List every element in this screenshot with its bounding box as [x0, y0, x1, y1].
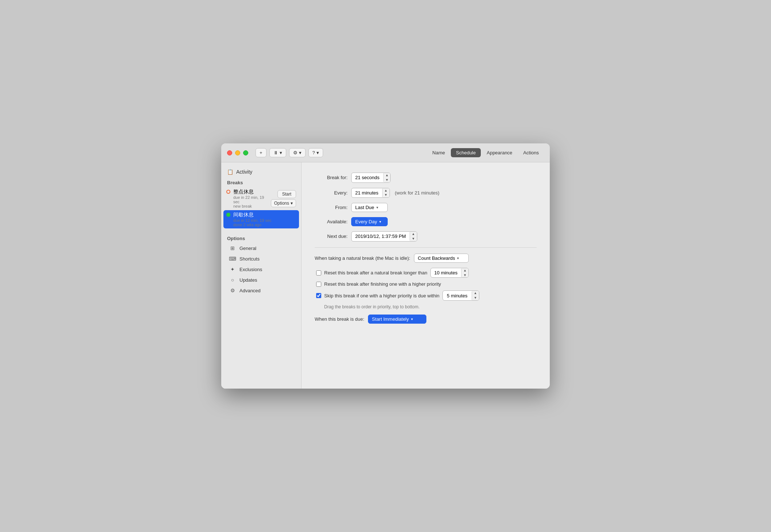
next-due-down-arrow[interactable]: ▼ — [410, 236, 417, 241]
general-icon: ⊞ — [229, 245, 236, 251]
main-panel: Break for: 21 seconds ▲ ▼ Every: 21 minu… — [302, 162, 550, 389]
pause-chevron-icon: ▾ — [280, 150, 282, 155]
help-button[interactable]: ? ▾ — [308, 148, 323, 157]
close-button[interactable] — [227, 150, 232, 155]
when-due-label: When this break is due: — [315, 316, 364, 322]
reset-natural-arrows: ▲ ▼ — [461, 268, 468, 278]
skip-arrows: ▲ ▼ — [472, 291, 479, 300]
activity-icon: 📋 — [227, 169, 233, 175]
maximize-button[interactable] — [243, 150, 248, 155]
break1-options-button[interactable]: Options ▾ — [271, 199, 296, 207]
available-select[interactable]: Every Day ▾ — [351, 217, 388, 226]
exclusions-icon: ✦ — [229, 266, 236, 273]
when-due-value: Start Immediately — [372, 316, 409, 322]
skip-stepper[interactable]: 5 minutes ▲ ▼ — [442, 290, 479, 301]
options-section-header: Options — [221, 233, 301, 243]
from-label: From: — [315, 205, 348, 210]
from-chevron-icon: ▾ — [376, 205, 378, 209]
break1-sub2: new break — [233, 204, 271, 208]
natural-break-select[interactable]: Count Backwards ▾ — [414, 254, 469, 263]
available-value: Every Day — [355, 219, 377, 224]
break2-subtitle: due in 12 min, 19 sec — [233, 218, 272, 223]
work-note: (work for 21 minutes) — [395, 190, 440, 196]
content-area: 📋 Activity Breaks 整点休息 due in 22 min, 19… — [221, 162, 550, 389]
next-due-up-arrow[interactable]: ▲ — [410, 232, 417, 236]
sidebar-item-general[interactable]: ⊞ General — [223, 243, 299, 253]
break2-name: 间歇休息 — [233, 212, 272, 218]
options-section: Options ⊞ General ⌨ Shortcuts ✦ Exclusio… — [221, 233, 301, 296]
next-due-value: 2019/10/12, 1:37:59 PM — [352, 232, 410, 240]
reset-natural-row: Reset this break after a natural break l… — [315, 268, 537, 278]
break2-sub2: done 2 wks ago — [233, 223, 272, 227]
shortcuts-label: Shortcuts — [239, 256, 260, 262]
break1-name: 整点休息 — [233, 189, 271, 195]
skip-checkbox[interactable] — [316, 293, 321, 298]
reset-natural-up-arrow[interactable]: ▲ — [461, 268, 468, 273]
every-up-arrow[interactable]: ▲ — [383, 188, 390, 193]
gear-icon: ⚙ — [293, 150, 298, 155]
gear-button[interactable]: ⚙ ▾ — [289, 148, 306, 157]
general-label: General — [239, 246, 256, 251]
drag-note: Drag the breaks to order in priority, to… — [315, 304, 537, 309]
updates-label: Updates — [239, 277, 257, 283]
reset-natural-down-arrow[interactable]: ▼ — [461, 273, 468, 278]
break-for-value: 21 seconds — [352, 173, 384, 182]
natural-break-row: When taking a natural break (the Mac is … — [315, 254, 537, 263]
next-due-stepper[interactable]: 2019/10/12, 1:37:59 PM ▲ ▼ — [351, 231, 417, 242]
break-for-arrows: ▲ ▼ — [384, 173, 391, 182]
when-due-select[interactable]: Start Immediately ▾ — [368, 315, 426, 324]
every-stepper[interactable]: 21 minutes ▲ ▼ — [351, 188, 390, 198]
updates-icon: ○ — [229, 277, 236, 283]
sidebar-break-item-2[interactable]: 间歇休息 due in 12 min, 19 sec done 2 wks ag… — [223, 210, 299, 228]
tab-actions[interactable]: Actions — [518, 148, 544, 157]
reset-natural-stepper[interactable]: 10 minutes ▲ ▼ — [430, 268, 469, 278]
break-for-up-arrow[interactable]: ▲ — [384, 173, 391, 178]
sidebar: 📋 Activity Breaks 整点休息 due in 22 min, 19… — [221, 162, 302, 389]
tab-schedule[interactable]: Schedule — [451, 148, 481, 157]
break1-dot-icon — [226, 190, 230, 194]
reset-natural-value: 10 minutes — [431, 269, 462, 277]
minimize-button[interactable] — [235, 150, 240, 155]
skip-label: Skip this break if one with a higher pri… — [324, 293, 440, 298]
available-row: Available: Every Day ▾ — [315, 217, 537, 226]
sidebar-item-exclusions[interactable]: ✦ Exclusions — [223, 264, 299, 274]
sidebar-item-advanced[interactable]: ⚙ Advanced — [223, 285, 299, 296]
break1-right: Start Options ▾ — [271, 190, 296, 207]
break2-left: 间歇休息 due in 12 min, 19 sec done 2 wks ag… — [226, 212, 272, 227]
pause-button[interactable]: ⏸ ▾ — [269, 148, 286, 157]
activity-header: 📋 Activity — [221, 167, 301, 177]
help-chevron-icon: ▾ — [317, 150, 319, 155]
from-select[interactable]: Last Due ▾ — [351, 203, 388, 212]
reset-higher-checkbox[interactable] — [316, 282, 321, 287]
break1-start-button[interactable]: Start — [277, 190, 296, 198]
break-for-label: Break for: — [315, 175, 348, 180]
tab-name[interactable]: Name — [427, 148, 450, 157]
next-due-arrows: ▲ ▼ — [410, 232, 417, 241]
traffic-lights — [227, 150, 248, 155]
break-for-stepper[interactable]: 21 seconds ▲ ▼ — [351, 173, 391, 183]
sidebar-item-shortcuts[interactable]: ⌨ Shortcuts — [223, 254, 299, 264]
reset-natural-checkbox[interactable] — [316, 270, 321, 275]
break-for-down-arrow[interactable]: ▼ — [384, 178, 391, 182]
from-row: From: Last Due ▾ — [315, 203, 537, 212]
add-button[interactable]: + — [256, 148, 266, 157]
next-due-label: Next due: — [315, 234, 348, 239]
tab-appearance[interactable]: Appearance — [482, 148, 517, 157]
tab-bar: Name Schedule Appearance Actions — [427, 148, 544, 157]
reset-higher-label: Reset this break after finishing one wit… — [324, 281, 441, 287]
available-chevron-icon: ▾ — [379, 220, 381, 224]
skip-up-arrow[interactable]: ▲ — [472, 291, 479, 296]
advanced-label: Advanced — [239, 288, 261, 293]
skip-value: 5 minutes — [443, 292, 472, 300]
sidebar-item-updates[interactable]: ○ Updates — [223, 275, 299, 285]
divider-1 — [315, 247, 537, 248]
next-due-row: Next due: 2019/10/12, 1:37:59 PM ▲ ▼ — [315, 231, 537, 242]
breaks-section-header: Breaks — [221, 177, 301, 187]
break2-info: 间歇休息 due in 12 min, 19 sec done 2 wks ag… — [233, 212, 272, 227]
sidebar-break-item-1[interactable]: 整点休息 due in 22 min, 19 sec new break Sta… — [223, 187, 299, 210]
pause-icon: ⏸ — [273, 150, 278, 155]
every-down-arrow[interactable]: ▼ — [383, 193, 390, 197]
skip-down-arrow[interactable]: ▼ — [472, 296, 479, 300]
available-label: Available: — [315, 219, 348, 224]
advanced-icon: ⚙ — [229, 287, 236, 294]
